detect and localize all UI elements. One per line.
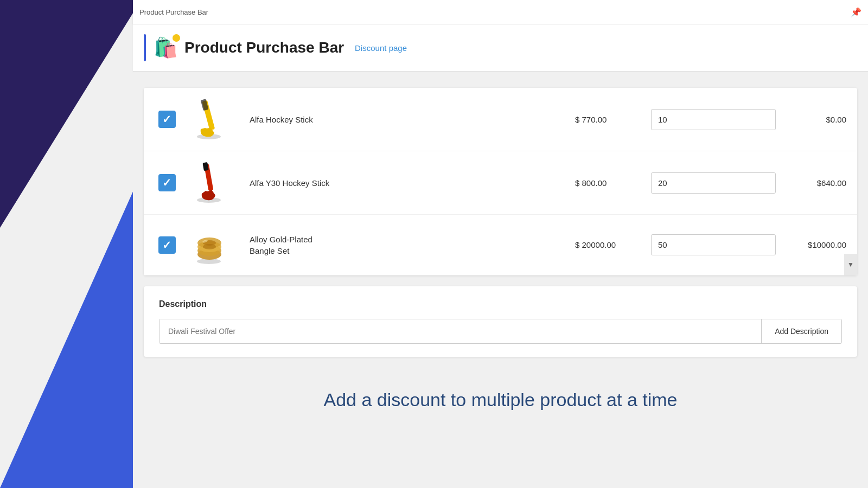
product-quantity-1[interactable]: [651, 109, 776, 130]
description-card: Description Add Description: [144, 286, 857, 357]
checkbox-checked-icon[interactable]: [158, 236, 176, 254]
content-area: Alfa Hockey Stick $ 770.00 $0.00: [133, 72, 868, 488]
checkbox-checked-icon[interactable]: [158, 111, 176, 128]
product-image-1: [184, 98, 233, 141]
table-row: Alfa Y30 Hockey Stick $ 800.00 $640.00: [144, 151, 857, 215]
red-stick-icon: [190, 161, 228, 204]
product-total-2: $640.00: [787, 178, 846, 188]
product-price-2: $ 800.00: [575, 178, 640, 188]
row-checkbox-1[interactable]: [155, 111, 179, 128]
bg-triangle-blue: [0, 174, 141, 488]
card-dropdown-arrow[interactable]: ▼: [844, 254, 857, 275]
product-name-1: Alfa Hockey Stick: [239, 115, 575, 124]
row-checkbox-3[interactable]: [155, 236, 179, 254]
description-input-row: Add Description: [159, 319, 842, 344]
topbar-title: Product Purchase Bar: [139, 8, 208, 16]
header-title: Product Purchase Bar: [184, 39, 344, 56]
bg-decoration: [0, 0, 141, 488]
checkbox-checked-icon[interactable]: [158, 174, 176, 191]
product-image-2: [184, 161, 233, 204]
description-label: Description: [159, 299, 842, 309]
product-name-2: Alfa Y30 Hockey Stick: [239, 178, 575, 188]
tagline-text: Add a discount to multiple product at a …: [155, 389, 846, 410]
header-border: [144, 34, 146, 61]
product-quantity-3[interactable]: [651, 234, 776, 255]
svg-point-12: [203, 244, 216, 249]
main-content: Product Purchase Bar 📌 🛍️ Product Purcha…: [133, 0, 868, 488]
quantity-input-3[interactable]: [651, 234, 776, 255]
product-name-3: Alloy Gold-PlatedBangle Set: [239, 234, 575, 256]
yellow-stick-icon: [190, 98, 228, 141]
row-checkbox-2[interactable]: [155, 174, 179, 191]
svg-rect-5: [202, 162, 208, 171]
add-description-button[interactable]: Add Description: [761, 319, 841, 343]
product-total-3: $10000.00: [787, 240, 846, 249]
table-row: Alfa Hockey Stick $ 770.00 $0.00: [144, 88, 857, 151]
app-icon: 🛍️: [154, 36, 178, 59]
description-input[interactable]: [159, 319, 761, 343]
header: 🛍️ Product Purchase Bar Discount page: [133, 24, 868, 72]
icon-badge: [173, 34, 180, 42]
table-row: Alloy Gold-PlatedBangle Set $ 20000.00 $…: [144, 215, 857, 275]
product-table-card: Alfa Hockey Stick $ 770.00 $0.00: [144, 88, 857, 275]
bottom-tagline-section: Add a discount to multiple product at a …: [144, 368, 857, 432]
product-quantity-2[interactable]: [651, 172, 776, 194]
pin-icon: 📌: [851, 7, 861, 17]
gold-bangle-icon: [189, 224, 229, 265]
top-bar: Product Purchase Bar 📌: [133, 0, 868, 24]
product-total-1: $0.00: [787, 115, 846, 124]
product-price-3: $ 20000.00: [575, 240, 640, 249]
discount-page-link[interactable]: Discount page: [355, 43, 407, 53]
product-image-3: [184, 224, 233, 265]
quantity-input-2[interactable]: [651, 172, 776, 194]
quantity-input-1[interactable]: [651, 109, 776, 130]
product-price-1: $ 770.00: [575, 115, 640, 124]
